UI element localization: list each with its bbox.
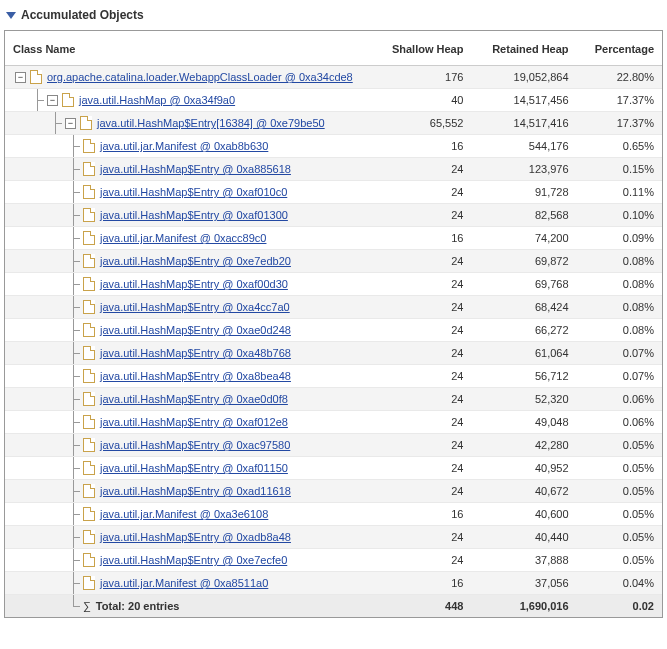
class-name-link[interactable]: java.util.HashMap$Entry @ 0xaf012e8 (100, 416, 288, 428)
total-row: ∑Total: 20 entries4481,690,0160.02 (5, 595, 662, 618)
cell-retained: 123,976 (471, 158, 576, 181)
table-row[interactable]: java.util.jar.Manifest @ 0xab8b63016544,… (5, 135, 662, 158)
tree-branch-icon (69, 415, 81, 429)
class-name-link[interactable]: java.util.HashMap @ 0xa34f9a0 (79, 94, 235, 106)
class-name-link[interactable]: java.util.HashMap$Entry @ 0xae0d0f8 (100, 393, 288, 405)
tree-branch-icon (51, 116, 63, 130)
chevron-down-icon[interactable] (6, 12, 16, 19)
expander-icon[interactable]: − (15, 72, 26, 83)
class-name-link[interactable]: java.util.HashMap$Entry @ 0xac97580 (100, 439, 290, 451)
cell-retained: 91,728 (471, 181, 576, 204)
cell-pct: 0.08% (577, 296, 662, 319)
table-row[interactable]: java.util.HashMap$Entry @ 0xaf00d302469,… (5, 273, 662, 296)
class-name-link[interactable]: java.util.jar.Manifest @ 0xab8b630 (100, 140, 268, 152)
tree-branch-icon (69, 530, 81, 544)
table-row[interactable]: java.util.jar.Manifest @ 0xacc89c01674,2… (5, 227, 662, 250)
table-row[interactable]: −java.util.HashMap @ 0xa34f9a04014,517,4… (5, 89, 662, 112)
table-row[interactable]: java.util.HashMap$Entry @ 0xa48b7682461,… (5, 342, 662, 365)
cell-shallow: 24 (373, 273, 472, 296)
cell-pct: 0.11% (577, 181, 662, 204)
table-row[interactable]: java.util.HashMap$Entry @ 0xa4cc7a02468,… (5, 296, 662, 319)
class-name-link[interactable]: java.util.jar.Manifest @ 0xa8511a0 (100, 577, 268, 589)
table-row[interactable]: java.util.HashMap$Entry @ 0xe7edb202469,… (5, 250, 662, 273)
cell-retained: 49,048 (471, 411, 576, 434)
cell-shallow: 24 (373, 250, 472, 273)
class-file-icon (83, 300, 95, 314)
class-name-link[interactable]: java.util.HashMap$Entry @ 0xa4cc7a0 (100, 301, 290, 313)
cell-shallow: 24 (373, 181, 472, 204)
table-row[interactable]: java.util.HashMap$Entry @ 0xad116182440,… (5, 480, 662, 503)
class-name-link[interactable]: java.util.jar.Manifest @ 0xa3e6108 (100, 508, 268, 520)
table-row[interactable]: java.util.HashMap$Entry @ 0xac975802442,… (5, 434, 662, 457)
table-row[interactable]: java.util.HashMap$Entry @ 0xaf012e82449,… (5, 411, 662, 434)
class-name-link[interactable]: java.util.HashMap$Entry @ 0xaf010c0 (100, 186, 287, 198)
table-row[interactable]: java.util.jar.Manifest @ 0xa8511a01637,0… (5, 572, 662, 595)
class-name-link[interactable]: java.util.HashMap$Entry @ 0xae0d248 (100, 324, 291, 336)
cell-pct: 0.09% (577, 227, 662, 250)
table-row[interactable]: −org.apache.catalina.loader.WebappClassL… (5, 66, 662, 89)
class-file-icon (83, 185, 95, 199)
cell-pct: 0.06% (577, 411, 662, 434)
tree-branch-icon (69, 323, 81, 337)
col-class-name[interactable]: Class Name (5, 31, 373, 66)
table-row[interactable]: java.util.HashMap$Entry @ 0xae0d2482466,… (5, 319, 662, 342)
cell-shallow: 24 (373, 204, 472, 227)
class-file-icon (83, 484, 95, 498)
col-retained-heap[interactable]: Retained Heap (471, 31, 576, 66)
total-label: Total: 20 entries (96, 600, 180, 612)
table-row[interactable]: java.util.HashMap$Entry @ 0xaf010c02491,… (5, 181, 662, 204)
cell-shallow: 65,552 (373, 112, 472, 135)
cell-pct: 0.08% (577, 319, 662, 342)
class-name-link[interactable]: java.util.HashMap$Entry[16384] @ 0xe79be… (97, 117, 325, 129)
class-name-link[interactable]: java.util.HashMap$Entry @ 0xaf00d30 (100, 278, 288, 290)
cell-retained: 52,320 (471, 388, 576, 411)
table-row[interactable]: java.util.HashMap$Entry @ 0xaf011502440,… (5, 457, 662, 480)
cell-shallow: 24 (373, 434, 472, 457)
total-shallow: 448 (373, 595, 472, 618)
section-title: Accumulated Objects (21, 8, 144, 22)
class-name-link[interactable]: org.apache.catalina.loader.WebappClassLo… (47, 71, 353, 83)
cell-retained: 19,052,864 (471, 66, 576, 89)
class-name-link[interactable]: java.util.HashMap$Entry @ 0xad11618 (100, 485, 291, 497)
table-row[interactable]: java.util.HashMap$Entry @ 0xa8bea482456,… (5, 365, 662, 388)
cell-pct: 0.10% (577, 204, 662, 227)
tree-branch-icon (69, 139, 81, 153)
class-name-link[interactable]: java.util.HashMap$Entry @ 0xe7ecfe0 (100, 554, 287, 566)
class-file-icon (83, 346, 95, 360)
table-row[interactable]: java.util.HashMap$Entry @ 0xaf013002482,… (5, 204, 662, 227)
tree-branch-icon (69, 438, 81, 452)
cell-retained: 40,600 (471, 503, 576, 526)
table-row[interactable]: java.util.HashMap$Entry @ 0xae0d0f82452,… (5, 388, 662, 411)
cell-pct: 0.06% (577, 388, 662, 411)
table-row[interactable]: −java.util.HashMap$Entry[16384] @ 0xe79b… (5, 112, 662, 135)
cell-pct: 0.05% (577, 434, 662, 457)
table-row[interactable]: java.util.HashMap$Entry @ 0xe7ecfe02437,… (5, 549, 662, 572)
col-shallow-heap[interactable]: Shallow Heap (373, 31, 472, 66)
cell-pct: 17.37% (577, 89, 662, 112)
expander-icon[interactable]: − (47, 95, 58, 106)
table-row[interactable]: java.util.HashMap$Entry @ 0xadb8a482440,… (5, 526, 662, 549)
cell-retained: 37,056 (471, 572, 576, 595)
col-percentage[interactable]: Percentage (577, 31, 662, 66)
class-file-icon (83, 323, 95, 337)
class-file-icon (83, 254, 95, 268)
cell-pct: 0.07% (577, 342, 662, 365)
expander-icon[interactable]: − (65, 118, 76, 129)
class-name-link[interactable]: java.util.HashMap$Entry @ 0xa885618 (100, 163, 291, 175)
table-row[interactable]: java.util.HashMap$Entry @ 0xa88561824123… (5, 158, 662, 181)
class-name-link[interactable]: java.util.HashMap$Entry @ 0xadb8a48 (100, 531, 291, 543)
class-name-link[interactable]: java.util.jar.Manifest @ 0xacc89c0 (100, 232, 266, 244)
cell-shallow: 24 (373, 296, 472, 319)
class-name-link[interactable]: java.util.HashMap$Entry @ 0xe7edb20 (100, 255, 291, 267)
class-name-link[interactable]: java.util.HashMap$Entry @ 0xa48b768 (100, 347, 291, 359)
class-name-link[interactable]: java.util.HashMap$Entry @ 0xa8bea48 (100, 370, 291, 382)
class-name-link[interactable]: java.util.HashMap$Entry @ 0xaf01150 (100, 462, 288, 474)
cell-pct: 0.65% (577, 135, 662, 158)
accumulated-objects-table: Class Name Shallow Heap Retained Heap Pe… (4, 30, 663, 618)
cell-retained: 69,768 (471, 273, 576, 296)
class-file-icon (83, 392, 95, 406)
cell-retained: 40,440 (471, 526, 576, 549)
class-name-link[interactable]: java.util.HashMap$Entry @ 0xaf01300 (100, 209, 288, 221)
table-row[interactable]: java.util.jar.Manifest @ 0xa3e61081640,6… (5, 503, 662, 526)
cell-pct: 0.05% (577, 503, 662, 526)
